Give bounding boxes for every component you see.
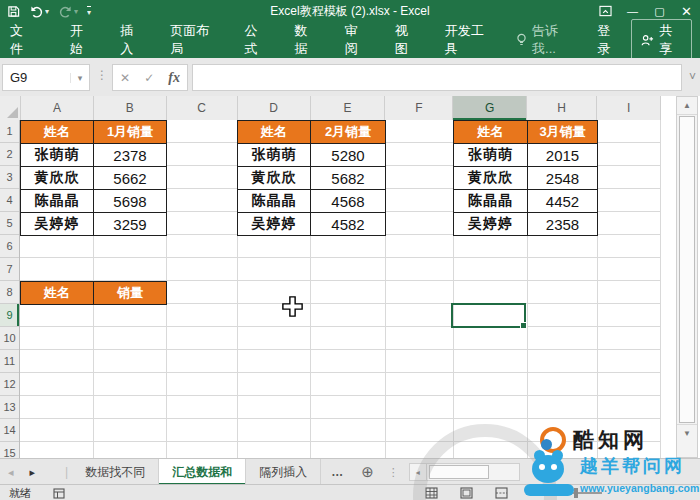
redo-dropdown-icon[interactable]: ▾	[74, 7, 78, 16]
cell-a3[interactable]: 黄欣欣	[21, 167, 94, 190]
row-header-13[interactable]: 13	[0, 396, 19, 419]
name-box[interactable]: G9 ▾	[2, 64, 90, 91]
row-header-15[interactable]: 15	[0, 442, 19, 458]
cell-g5[interactable]: 吴婷婷	[454, 213, 528, 236]
column-header-e[interactable]: E	[311, 96, 386, 120]
spreadsheet-grid[interactable]: 姓名 1月销量 张萌萌 2378 黄欣欣 5662 陈晶晶 5698 吴婷婷 3…	[20, 120, 661, 458]
sheet-tab-data-diff[interactable]: 数据找不同	[72, 459, 159, 485]
row-header-4[interactable]: 4	[0, 189, 19, 212]
tell-me-box[interactable]: 告诉我...	[506, 22, 587, 58]
row-header-7[interactable]: 7	[0, 258, 19, 281]
tab-review[interactable]: 审阅	[332, 22, 382, 58]
cell-a2[interactable]: 张萌萌	[21, 144, 94, 167]
close-button[interactable]: ✕	[673, 0, 700, 22]
cell-e3[interactable]: 5682	[311, 167, 386, 190]
cell-h2[interactable]: 2015	[528, 144, 598, 167]
row-header-11[interactable]: 11	[0, 350, 19, 373]
cell-b2[interactable]: 2378	[94, 144, 167, 167]
column-header-c[interactable]: C	[167, 96, 238, 120]
share-button[interactable]: 共享	[631, 19, 692, 61]
cell-d2[interactable]: 张萌萌	[238, 144, 311, 167]
save-icon[interactable]	[7, 5, 20, 18]
row-header-10[interactable]: 10	[0, 327, 19, 350]
cell-d4[interactable]: 陈晶晶	[238, 190, 311, 213]
scroll-up-icon[interactable]: ▲	[677, 97, 697, 115]
cell-h5[interactable]: 2358	[528, 213, 598, 236]
cell-d3[interactable]: 黄欣欣	[238, 167, 311, 190]
formula-input[interactable]	[192, 64, 682, 91]
insert-function-icon[interactable]: fx	[168, 70, 180, 86]
cell-e5[interactable]: 4582	[311, 213, 386, 236]
table-header-cell[interactable]: 姓名	[21, 121, 94, 144]
selected-cell-g9[interactable]	[451, 303, 526, 328]
ribbon-display-options-icon[interactable]	[592, 0, 619, 22]
column-header-a[interactable]: A	[21, 96, 94, 120]
row-header-6[interactable]: 6	[0, 235, 19, 258]
row-header-5[interactable]: 5	[0, 212, 19, 235]
tab-bar-splitter-icon[interactable]: ⋮	[382, 466, 405, 479]
undo-button[interactable]: ▾	[29, 5, 49, 18]
row-header-3[interactable]: 3	[0, 166, 19, 189]
cancel-formula-icon[interactable]: ✕	[120, 71, 130, 85]
fill-handle[interactable]	[520, 322, 527, 329]
tab-formulas[interactable]: 公式	[231, 22, 281, 58]
column-header-h[interactable]: H	[527, 96, 597, 120]
cell-a8[interactable]: 姓名	[21, 282, 94, 305]
sheet-nav-left-icon[interactable]: ◂	[0, 466, 22, 479]
cell-e4[interactable]: 4568	[311, 190, 386, 213]
table-header-cell[interactable]: 1月销量	[94, 121, 167, 144]
row-header-2[interactable]: 2	[0, 143, 19, 166]
customize-qat-dropdown-icon[interactable]: ▾	[87, 8, 91, 17]
vertical-scrollbar[interactable]: ▲ ▼	[676, 96, 698, 458]
cell-a5[interactable]: 吴婷婷	[21, 213, 94, 236]
cell-g3[interactable]: 黄欣欣	[454, 167, 528, 190]
tab-view[interactable]: 视图	[382, 22, 432, 58]
scroll-down-icon[interactable]: ▼	[677, 424, 697, 442]
expand-formula-bar-icon[interactable]: ˅	[689, 70, 696, 84]
redo-button[interactable]: ▾	[58, 5, 78, 18]
name-box-dropdown-icon[interactable]: ▾	[70, 73, 89, 83]
sheet-tab-summary-active[interactable]: 汇总数据和	[159, 459, 246, 485]
sheet-tab-overflow[interactable]: …	[321, 465, 353, 479]
minimize-button[interactable]: —	[619, 0, 646, 22]
macro-record-icon[interactable]	[53, 488, 65, 499]
new-sheet-icon[interactable]: ⊕	[353, 463, 382, 481]
tab-home[interactable]: 开始	[57, 22, 107, 58]
sheet-tab-insert-columns[interactable]: 隔列插入	[246, 459, 321, 485]
sign-in-button[interactable]: 登录	[587, 22, 631, 58]
cell-g4[interactable]: 陈晶晶	[454, 190, 528, 213]
column-header-i[interactable]: I	[597, 96, 661, 120]
row-header-8[interactable]: 8	[0, 281, 19, 304]
column-header-f[interactable]: F	[385, 96, 453, 120]
cell-d5[interactable]: 吴婷婷	[238, 213, 311, 236]
undo-dropdown-icon[interactable]: ▾	[45, 7, 49, 16]
customize-qat-button[interactable]: ▾	[87, 6, 91, 17]
column-header-g-selected[interactable]: G	[453, 96, 527, 120]
cell-b5[interactable]: 3259	[94, 213, 167, 236]
cell-a4[interactable]: 陈晶晶	[21, 190, 94, 213]
table-header-cell[interactable]: 姓名	[238, 121, 311, 144]
tab-file[interactable]: 文件	[0, 22, 47, 58]
row-header-9-selected[interactable]: 9	[0, 304, 19, 327]
cell-h4[interactable]: 4452	[528, 190, 598, 213]
tab-page-layout[interactable]: 页面布局	[157, 22, 231, 58]
vertical-scrollbar-thumb[interactable]	[679, 116, 695, 423]
cell-b3[interactable]: 5662	[94, 167, 167, 190]
row-header-14[interactable]: 14	[0, 419, 19, 442]
cell-g2[interactable]: 张萌萌	[454, 144, 528, 167]
sheet-nav-right-icon[interactable]: ▸	[22, 466, 44, 479]
table-header-cell[interactable]: 姓名	[454, 121, 528, 144]
table-header-cell[interactable]: 3月销量	[528, 121, 598, 144]
row-header-12[interactable]: 12	[0, 373, 19, 396]
tab-insert[interactable]: 插入	[107, 22, 157, 58]
cell-b8[interactable]: 销量	[94, 282, 167, 305]
enter-formula-icon[interactable]: ✓	[144, 71, 154, 85]
select-all-corner[interactable]	[0, 96, 21, 120]
tab-data[interactable]: 数据	[282, 22, 332, 58]
cell-h3[interactable]: 2548	[528, 167, 598, 190]
column-header-b[interactable]: B	[94, 96, 167, 120]
maximize-button[interactable]: ▢	[646, 0, 673, 22]
cell-e2[interactable]: 5280	[311, 144, 386, 167]
column-header-d[interactable]: D	[238, 96, 311, 120]
row-header-1[interactable]: 1	[0, 120, 19, 143]
